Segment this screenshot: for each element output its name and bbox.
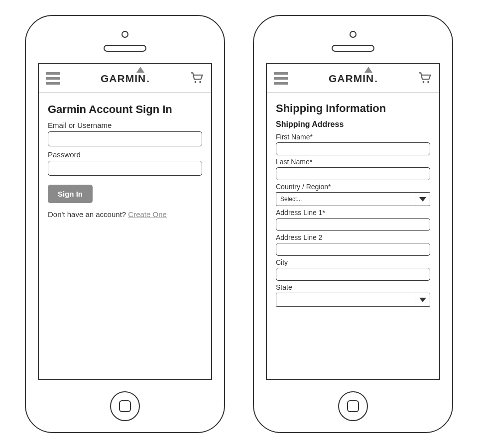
password-label: Password	[48, 150, 202, 159]
prompt-text: Don't have an account?	[48, 210, 128, 219]
screen-signin: GARMIN . Garmin Account Sign In Email or…	[38, 63, 212, 380]
brand-name: GARMIN	[329, 73, 374, 85]
svg-point-3	[427, 81, 429, 83]
first-name-label: First Name*	[276, 133, 430, 141]
menu-icon[interactable]	[274, 72, 288, 85]
password-field[interactable]	[48, 161, 202, 176]
shipping-form: Shipping Information Shipping Address Fi…	[267, 93, 439, 317]
header: GARMIN .	[267, 64, 439, 93]
brand-delta-icon	[364, 67, 372, 73]
address2-field[interactable]	[276, 243, 430, 256]
svg-point-1	[199, 81, 201, 83]
email-label: Email or Username	[48, 121, 202, 129]
state-select[interactable]	[276, 293, 430, 307]
cart-icon[interactable]	[190, 71, 204, 86]
menu-icon[interactable]	[46, 72, 60, 85]
brand-wordmark: GARMIN .	[329, 73, 377, 85]
phone-camera	[350, 31, 357, 38]
phone-camera	[121, 31, 128, 38]
brand-dot: .	[374, 73, 377, 85]
header: GARMIN .	[39, 64, 211, 93]
first-name-field[interactable]	[276, 142, 430, 155]
state-select-value	[276, 293, 415, 306]
create-account-link[interactable]: Create One	[128, 210, 167, 219]
brand-name: GARMIN	[101, 73, 146, 85]
state-label: State	[276, 283, 430, 291]
city-field[interactable]	[276, 268, 430, 281]
address1-field[interactable]	[276, 218, 430, 231]
home-button[interactable]	[110, 391, 140, 421]
phone-speaker	[104, 45, 146, 52]
phone-shipping: GARMIN . Shipping Information Shipping A…	[253, 15, 453, 433]
address1-label: Address Line 1*	[276, 209, 430, 217]
country-select-value: Select...	[276, 193, 415, 206]
page-title: Shipping Information	[276, 102, 430, 115]
brand-dot: .	[146, 73, 149, 85]
address2-label: Address Line 2	[276, 233, 430, 241]
last-name-field[interactable]	[276, 167, 430, 180]
home-button-glyph	[347, 400, 359, 412]
home-button-glyph	[119, 400, 131, 412]
last-name-label: Last Name*	[276, 158, 430, 166]
create-account-prompt: Don't have an account? Create One	[48, 210, 202, 219]
screen-shipping: GARMIN . Shipping Information Shipping A…	[266, 63, 440, 380]
section-subtitle: Shipping Address	[276, 120, 430, 129]
brand-wordmark: GARMIN .	[101, 73, 149, 85]
country-label: Country / Region*	[276, 183, 430, 191]
cart-icon[interactable]	[418, 71, 432, 86]
chevron-down-icon	[415, 193, 430, 206]
svg-point-0	[195, 81, 197, 83]
country-select[interactable]: Select...	[276, 192, 430, 206]
email-field[interactable]	[48, 131, 202, 146]
phone-speaker	[332, 45, 374, 52]
chevron-down-icon	[415, 293, 430, 306]
home-button[interactable]	[338, 391, 368, 421]
signin-button[interactable]: Sign In	[48, 185, 93, 203]
page-title: Garmin Account Sign In	[48, 103, 202, 116]
signin-form: Garmin Account Sign In Email or Username…	[39, 93, 211, 228]
svg-point-2	[423, 81, 425, 83]
brand-delta-icon	[136, 67, 144, 73]
phone-signin: GARMIN . Garmin Account Sign In Email or…	[25, 15, 225, 433]
city-label: City	[276, 258, 430, 266]
